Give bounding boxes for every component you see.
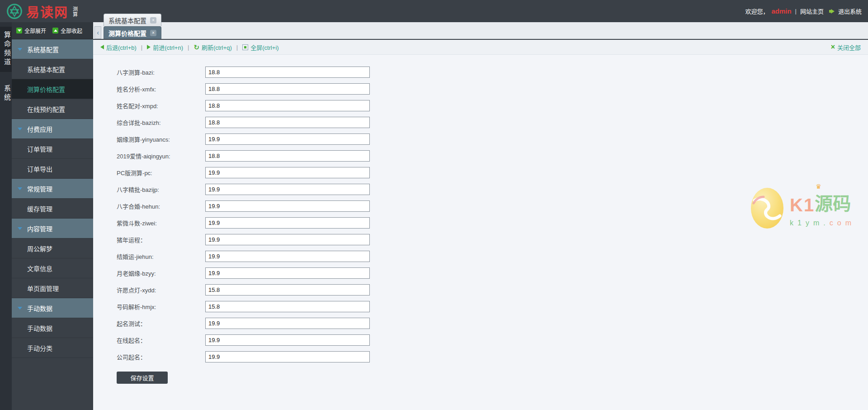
price-input[interactable] [205, 217, 370, 229]
sidebar-item[interactable]: 系统基配置 [12, 39, 93, 59]
field-label: 八字合婚-hehun: [117, 202, 205, 210]
sidebar-item[interactable]: 手动数据 [12, 318, 93, 338]
tab-close-icon[interactable]: × [150, 30, 156, 36]
vertical-nav-item[interactable]: 系统 [0, 80, 12, 107]
price-input[interactable] [205, 200, 370, 212]
price-input[interactable] [205, 167, 370, 178]
sidebar-item[interactable]: 内容管理 [12, 219, 93, 238]
site-subtitle-char2: 算 [73, 12, 78, 17]
sidebar-item-label: 手动数据 [27, 324, 52, 333]
field-label: 号码解析-hmjx: [117, 302, 205, 311]
price-input[interactable] [205, 267, 370, 279]
sidebar-item[interactable]: 在线预约配置 [12, 99, 93, 119]
save-settings-button[interactable]: 保存设置 [117, 372, 168, 384]
main-area: ‹ 系统基本配置 × 测算价格配置 × 后退(ctrl+b) | 前进(ctrl… [93, 22, 868, 410]
crown-icon: ♛ [816, 183, 821, 190]
sidebar-item[interactable]: 订单管理 [12, 139, 93, 159]
field-label: 公司起名： [117, 353, 205, 361]
price-input[interactable] [205, 150, 370, 162]
username: admin [771, 7, 791, 15]
sidebar-item-label: 手动数据 [27, 304, 52, 313]
form-row: 猪年运程： [117, 231, 868, 248]
tab-close-icon[interactable]: × [150, 17, 156, 24]
tab-label: 系统基本配置 [108, 16, 146, 25]
sidebar-item[interactable]: 手动数据 [12, 298, 93, 318]
sidebar-item[interactable]: 文章信息 [12, 258, 93, 278]
price-input[interactable] [205, 301, 370, 312]
tab[interactable]: 系统基本配置 × [104, 14, 161, 26]
site-title: 易读网 [26, 2, 68, 21]
vertical-nav-item[interactable]: 算命频道 [0, 27, 12, 72]
price-input[interactable] [205, 318, 370, 329]
price-input[interactable] [205, 334, 370, 346]
sidebar-utility-row: 全部展开 全部收起 [12, 22, 93, 39]
expand-all-button[interactable]: 全部展开 [16, 27, 46, 34]
form-row: 姓名配对-xmpd: [117, 97, 868, 114]
sidebar-item[interactable]: 周公解梦 [12, 238, 93, 258]
field-label: 在线起名： [117, 336, 205, 344]
sidebar-item[interactable]: 付费应用 [12, 119, 93, 139]
price-input[interactable] [205, 234, 370, 245]
price-input[interactable] [205, 284, 370, 296]
field-label: 月老姻缘-bzyy: [117, 269, 205, 277]
sidebar-item[interactable]: 缓存管理 [12, 199, 93, 219]
sidebar-item[interactable]: 手动分类 [12, 338, 93, 358]
toolbar-separator: | [188, 44, 189, 51]
form-row: 在线起名： [117, 332, 868, 348]
watermark: K1 ♛ 源码 k1ym.com [750, 187, 855, 229]
field-label: 姻缘测算-yinyuancs: [117, 135, 205, 143]
price-input[interactable] [205, 117, 370, 128]
field-label: 姓名分析-xmfx: [117, 85, 205, 93]
logout-link[interactable]: 退出系统 [838, 7, 862, 15]
field-label: 紫微斗数-ziwei: [117, 219, 205, 227]
form-row: 结婚运-jiehun: [117, 248, 868, 265]
separator: | [795, 8, 797, 14]
price-input[interactable] [205, 133, 370, 145]
sidebar-item[interactable]: 单页面管理 [12, 278, 93, 298]
field-label: 结婚运-jiehun: [117, 252, 205, 261]
sidebar-item[interactable]: 系统基本配置 [12, 59, 93, 79]
hexagram-logo-icon [6, 3, 23, 19]
toolbar-separator: | [141, 44, 142, 51]
home-link[interactable]: 网站主页 [800, 7, 824, 15]
price-input[interactable] [205, 100, 370, 111]
form-row: 2019爱情-aiqingyun: [117, 148, 868, 164]
watermark-domain-orange: com [830, 219, 855, 227]
close-all-label: 关闭全部 [837, 43, 861, 52]
form-row: 公司起名： [117, 348, 868, 365]
price-input[interactable] [205, 184, 370, 195]
sidebar-item-label: 手动分类 [27, 343, 52, 353]
field-label: 八字测算-bazi: [117, 68, 205, 76]
logout-arrow-icon [831, 9, 835, 14]
vertical-nav-label: 算命频道 [3, 31, 11, 67]
sidebar-item[interactable]: 常规管理 [12, 179, 93, 199]
price-input[interactable] [205, 67, 370, 78]
close-all-button[interactable]: × 关闭全部 [831, 43, 861, 52]
fullscreen-button[interactable]: 全屏(ctrl+i) [242, 43, 278, 52]
price-input[interactable] [205, 83, 370, 95]
watermark-egg-icon [750, 187, 784, 229]
sidebar-item-label: 系统基配置 [27, 45, 59, 54]
field-label: 猪年运程： [117, 235, 205, 244]
form-row: 姻缘测算-yinyuancs: [117, 131, 868, 148]
expand-all-label: 全部展开 [24, 27, 46, 34]
sidebar-item-label: 缓存管理 [27, 204, 52, 213]
sidebar-item-label: 付费应用 [27, 124, 52, 133]
tab[interactable]: 测算价格配置 × [104, 26, 161, 39]
price-input[interactable] [205, 351, 370, 362]
tab-scroll-left-button[interactable]: ‹ [94, 26, 101, 39]
sidebar-item[interactable]: 订单导出 [12, 159, 93, 179]
field-label: 八字精批-bazijp: [117, 185, 205, 194]
field-label: 2019爱情-aiqingyun: [117, 152, 205, 160]
sidebar-item[interactable]: 测算价格配置 [12, 79, 93, 99]
collapse-all-button[interactable]: 全部收起 [52, 27, 82, 34]
sidebar-item-label: 单页面管理 [27, 284, 59, 293]
form-row: 号码解析-hmjx: [117, 298, 868, 315]
refresh-icon: ↻ [193, 44, 199, 50]
form-row: 姓名分析-xmfx: [117, 81, 868, 97]
back-button[interactable]: 后退(ctrl+b) [100, 43, 137, 52]
price-input[interactable] [205, 251, 370, 262]
refresh-button[interactable]: ↻ 刷新(ctrl+q) [193, 43, 231, 52]
forward-button[interactable]: 前进(ctrl+n) [147, 43, 183, 52]
expand-all-icon [16, 28, 22, 33]
